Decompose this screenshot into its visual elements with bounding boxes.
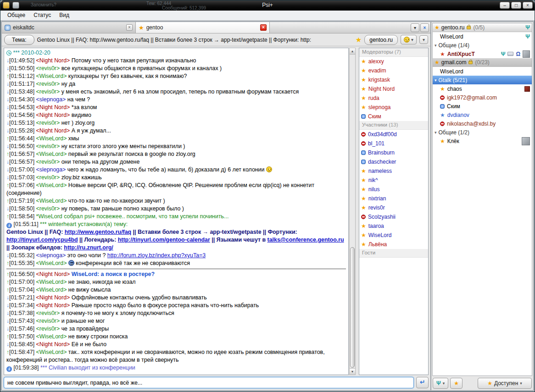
roster-group-header[interactable]: ▾Общие (1/2) [433, 128, 532, 137]
chat-text: [01:54:53] [9, 104, 36, 110]
chat-pane: eiskaltdc×★gentoo×▾× Тема: Gentoo Linux … [1, 22, 431, 391]
participant-item[interactable]: ★nilus [359, 185, 428, 194]
status-button[interactable]: ★ Доступен ▾ [478, 378, 532, 389]
message-link[interactable]: http://ru.znurt.org/ [64, 244, 113, 251]
status-star-icon: ★ [440, 51, 445, 57]
menu-item[interactable]: Статус [29, 11, 55, 20]
tab-eiskaltdc[interactable]: eiskaltdc× [2, 22, 136, 33]
chat-text: <WiseLord> [36, 260, 68, 266]
chat-text: [01:51:12] [9, 73, 36, 79]
participant-item[interactable]: ★nixtrian [359, 194, 428, 203]
participant-item[interactable]: bl_101 [359, 139, 428, 148]
topic-button[interactable]: Тема: [4, 35, 34, 45]
message-input[interactable] [4, 377, 414, 388]
message-link[interactable]: http://forum.zloy.bz/index.php?xyuTa=3 [107, 252, 206, 259]
roster-contact[interactable]: WiseLordΨ [433, 32, 532, 41]
tab-bar: eiskaltdc×★gentoo×▾× [2, 22, 430, 33]
chat-message: ↓[01:49:52] <Night Nord> Потому что у не… [6, 57, 346, 65]
titlebar[interactable]: Запомнить? Тем: 62,444 Сообщений: 512,39… [0, 0, 535, 11]
roster-contact[interactable]: ★dvdianov [433, 110, 532, 119]
chat-message: ↓[01:57:43] <revis0r> и раньше не мог [6, 317, 346, 325]
roster-contact[interactable]: ★chaos [433, 84, 532, 93]
participant-item[interactable]: ★ruda [359, 94, 428, 103]
chat-text: <Night Nord> [36, 302, 72, 309]
account-name: gentoo.ru [441, 24, 465, 31]
chat-text: и раньше не мог [61, 318, 105, 324]
tab-close-button[interactable]: × [260, 24, 267, 31]
participant-item[interactable]: ★taaroa [359, 221, 428, 231]
minimize-button[interactable]: – [500, 2, 510, 9]
chat-text: [01:58:54] [9, 213, 36, 220]
participant-item[interactable]: Ским [359, 112, 428, 121]
chat-text: [01:55:13] [9, 120, 36, 126]
chat-message: ↓[01:55:32] <slepnoga> это оно чоли ? ht… [6, 252, 346, 259]
message-link[interactable]: http://tinyurl.com/gentoo-calendar [118, 237, 210, 243]
smiley-icon [266, 166, 272, 172]
tab-gentoo[interactable]: ★gentoo× [136, 22, 270, 33]
roster-contact[interactable]: WiseLord [433, 67, 532, 76]
chat-text: <WiseLord> [36, 279, 68, 285]
participant-item[interactable]: 0xd34df00d [359, 130, 428, 139]
chat-text: <Night Nord> [36, 104, 72, 110]
participant-item[interactable]: ★krigstask [359, 75, 428, 84]
participant-item[interactable]: Brainsburn [359, 148, 428, 157]
roster-contact[interactable]: ★Клёк [433, 137, 532, 145]
participant-item[interactable]: ★Львёна [359, 240, 428, 249]
roster-group-header[interactable]: ▾Gtalk (5/21) [433, 76, 532, 84]
chat-text: [01:56:57] [9, 151, 36, 157]
chat-text: че за провайдеры [61, 326, 109, 332]
dnd-status-icon [440, 121, 445, 126]
chat-scrollbar[interactable]: ▲ ▼ [349, 48, 356, 375]
roster-contact[interactable]: nikolascha@xdsl.by [433, 119, 532, 128]
roster-group-header[interactable]: ▾Общие (1/4) [433, 41, 532, 50]
lock-icon [467, 26, 471, 29]
message-link[interactable]: talks@conference.gentoo.ru [268, 237, 344, 243]
maximize-button[interactable]: □ [511, 2, 521, 9]
chat-system-message: i [01:55:11] *** winterheart установил(а… [6, 221, 346, 228]
close-button[interactable]: × [523, 2, 533, 9]
participant-item[interactable]: ★nik^ [359, 176, 428, 185]
participant-item[interactable]: ★alexxy [359, 57, 428, 66]
roster-account-header[interactable]: ★gentoo.ru(0/5)Ψ [433, 23, 532, 32]
roster-contact[interactable]: ★AntiXpucTΨΩ [433, 50, 532, 58]
participant-item[interactable]: ★WiseLord [359, 231, 428, 240]
chat-message: ↑[01:57:19] <WiseLord> что-то как-то не … [6, 197, 346, 205]
scrollbar-thumb[interactable] [350, 247, 355, 368]
tab-label: eiskaltdc [13, 24, 124, 31]
participant-item[interactable]: ★nameless [359, 166, 428, 176]
participant-item[interactable]: ★evadim [359, 66, 428, 75]
participant-name: alexxy [368, 58, 384, 65]
room-name-button[interactable]: gentoo.ru [364, 35, 398, 45]
participant-item[interactable]: daschecker [359, 157, 428, 166]
roster-contact[interactable]: Ским [433, 102, 532, 110]
bookmarks-button[interactable]: ★ [450, 378, 463, 389]
chat-text: ну кстати этого злого уже менты перехват… [61, 143, 185, 149]
emoticons-button[interactable]: ▾ [401, 35, 417, 44]
scroll-down-button[interactable]: ▼ [350, 368, 355, 375]
participant-item[interactable]: ★slepnoga [359, 103, 428, 112]
status-label: Доступен [494, 380, 518, 386]
message-link[interactable]: http://tinyurl.com/ycpu4bd [6, 237, 78, 243]
roster-contact[interactable]: igk1972@gmail.com [433, 93, 532, 102]
chat-message: ↓[01:54:53] <Night Nord> *за взлом [6, 104, 346, 111]
chevron-down-icon: ▾ [423, 37, 425, 42]
actions-dropdown-button[interactable]: ▾ [419, 35, 428, 44]
menu-item[interactable]: Общее [3, 11, 29, 20]
tab-list-dropdown-button[interactable]: ▾ [411, 23, 419, 32]
tab-close-button[interactable]: × [126, 24, 133, 31]
chat-text: [01:49:52] [9, 57, 36, 64]
message-link[interactable]: http://www.gentoo.ru/faq [65, 229, 131, 235]
chevron-down-icon: ▾ [520, 381, 522, 386]
roster-account-header[interactable]: ★gmail.com(0/23) [433, 58, 532, 67]
participant-item[interactable]: ★Night Nord [359, 84, 428, 94]
participant-item[interactable]: Scolzyashii [359, 212, 428, 221]
close-tab-button[interactable]: × [420, 23, 429, 32]
scroll-up-button[interactable]: ▲ [350, 48, 355, 55]
bookmark-star-icon[interactable]: ★ [356, 36, 362, 44]
send-button[interactable]: ↵ [416, 377, 429, 388]
participant-item[interactable]: ★revis0r [359, 203, 428, 212]
chat-message: ↓[01:51:17] <revis0r> ну да [6, 80, 346, 88]
account-menu-button[interactable]: Ψ ▾ [433, 378, 448, 389]
menu-item[interactable]: Вид [55, 11, 73, 20]
chat-text: <revis0r> [36, 81, 61, 87]
